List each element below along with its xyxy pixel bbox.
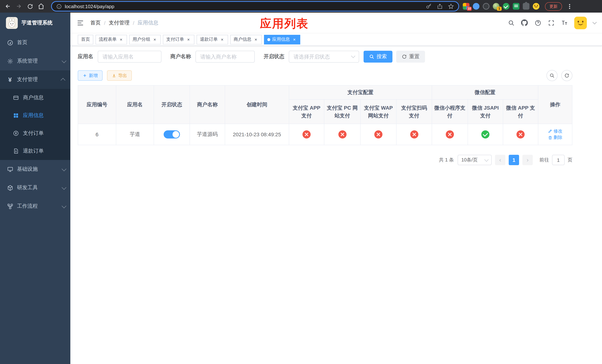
app-logo — [6, 17, 18, 29]
extension-check-icon[interactable] — [503, 3, 509, 10]
toggle-search-button[interactable] — [547, 70, 558, 81]
close-icon[interactable] — [118, 37, 124, 42]
sidebar-item-dev-tools[interactable]: 研发工具 — [0, 179, 70, 197]
refresh-button[interactable] — [561, 70, 572, 81]
prev-page-button[interactable] — [495, 155, 505, 165]
next-page-button[interactable] — [522, 155, 533, 165]
goto-page-input[interactable] — [552, 155, 565, 165]
page-size-select[interactable]: 10条/页 — [458, 155, 492, 165]
close-icon[interactable] — [253, 37, 258, 42]
status-switch[interactable] — [164, 130, 180, 139]
export-button[interactable]: 导出 — [107, 70, 132, 81]
extension-doc-icon[interactable] — [513, 3, 519, 10]
close-icon[interactable] — [220, 37, 225, 42]
share-icon[interactable] — [437, 3, 443, 9]
breadcrumb-item[interactable]: 支付管理 — [109, 20, 129, 26]
extension-blue-icon[interactable] — [473, 3, 479, 10]
user-avatar[interactable] — [574, 16, 587, 29]
delete-link[interactable]: 删除 — [548, 134, 562, 141]
browser-update-button[interactable]: 更新 — [545, 2, 562, 11]
export-button-label: 导出 — [118, 72, 127, 79]
column-header-merchant: 商户名称 — [190, 85, 225, 124]
navbar: 首页 支付管理 应用信息 应用列表 — [70, 13, 602, 33]
tab-app-info[interactable]: 应用信息 — [264, 35, 300, 44]
search-button[interactable]: 搜索 — [364, 51, 392, 63]
search-icon[interactable] — [508, 19, 515, 26]
sidebar-item-label: 商户信息 — [23, 95, 44, 101]
close-icon[interactable] — [152, 37, 157, 42]
column-group-wechat: 微信配置 — [432, 85, 538, 99]
forward-icon[interactable] — [13, 1, 24, 12]
back-icon[interactable] — [2, 1, 13, 12]
column-header-create-time: 创建时间 — [225, 85, 289, 124]
page-number-button[interactable]: 1 — [509, 155, 519, 165]
chevron-down-icon — [484, 158, 489, 162]
sidebar-item-app-info[interactable]: 应用信息 — [0, 107, 70, 124]
tab-refund-order[interactable]: 退款订单 — [197, 35, 228, 44]
navbar-actions — [508, 16, 596, 29]
extension-avatar-icon[interactable]: 1 — [493, 3, 499, 10]
sidebar-item-pay-order[interactable]: 支付订单 — [0, 124, 70, 142]
tab-process-form[interactable]: 流程表单 — [96, 35, 127, 44]
sidebar-item-system[interactable]: 系统管理 — [0, 52, 70, 70]
extensions-area: 10 1 更新 — [463, 0, 573, 13]
tags-view-bar: 首页 流程表单 用户分组 支付订单 退款订单 — [70, 33, 602, 46]
status-select-input[interactable] — [289, 51, 359, 63]
password-key-icon[interactable] — [426, 3, 432, 9]
github-icon[interactable] — [521, 19, 528, 26]
browser-menu-icon[interactable] — [566, 2, 573, 10]
chevron-down-icon — [62, 58, 66, 63]
cell-create-time: 2021-10-23 08:49:25 — [225, 124, 289, 145]
home-icon[interactable] — [35, 1, 47, 12]
reset-button[interactable]: 重置 — [396, 51, 425, 63]
yen-icon: ¥ — [7, 76, 13, 83]
config-status-icon — [374, 130, 382, 139]
site-info-icon[interactable] — [56, 3, 62, 9]
column-group-alipay: 支付宝配置 — [289, 85, 432, 99]
merchant-name-label: 商户名称 — [170, 53, 191, 60]
sidebar-item-merchant-info[interactable]: 商户信息 — [0, 89, 70, 107]
avatar-dropdown-caret-icon[interactable] — [592, 20, 597, 24]
help-icon[interactable] — [534, 19, 541, 26]
tab-home[interactable]: 首页 — [78, 35, 93, 44]
sidebar-item-workflow[interactable]: 工作流程 — [0, 197, 70, 215]
delete-link-label: 删除 — [553, 134, 562, 141]
font-size-icon[interactable] — [561, 19, 568, 26]
app-name-input[interactable] — [98, 51, 161, 63]
close-icon[interactable] — [292, 37, 297, 42]
pay-order-icon — [13, 130, 19, 137]
tab-user-group[interactable]: 用户分组 — [129, 35, 161, 44]
extension-emoji-icon[interactable] — [533, 3, 539, 10]
close-icon[interactable] — [186, 37, 191, 42]
fullscreen-icon[interactable] — [548, 19, 555, 26]
gear-icon — [7, 58, 13, 64]
status-select[interactable] — [289, 51, 359, 63]
edit-link[interactable]: 修改 — [548, 128, 562, 134]
url-bar[interactable]: localhost:1024/pay/app — [51, 1, 459, 11]
toolbar-right — [547, 70, 572, 81]
sidebar-item-label: 首页 — [17, 39, 27, 46]
breadcrumb-current: 应用信息 — [138, 20, 159, 26]
chevron-down-icon — [62, 203, 66, 208]
extension-dark-icon[interactable] — [483, 3, 489, 10]
reload-icon[interactable] — [24, 1, 35, 12]
chevron-down-icon — [62, 166, 66, 171]
sidebar-item-home[interactable]: 首页 — [0, 33, 70, 52]
url-text[interactable]: localhost:1024/pay/app — [65, 3, 426, 9]
sidebar-item-label: 系统管理 — [17, 58, 38, 64]
sidebar-item-infrastructure[interactable]: 基础设施 — [0, 160, 70, 179]
sidebar-item-refund-order[interactable]: 退款订单 — [0, 142, 70, 160]
column-header-alipay-pc: 支付宝 PC 网站支付 — [324, 99, 360, 124]
extension-puzzle-icon[interactable] — [523, 3, 529, 10]
tab-pay-order[interactable]: 支付订单 — [163, 35, 194, 44]
merchant-name-input[interactable] — [195, 51, 255, 63]
tab-merchant-info[interactable]: 商户信息 — [230, 35, 262, 44]
extension-colorwheel-icon[interactable]: 10 — [463, 3, 469, 10]
breadcrumb-item[interactable]: 首页 — [90, 20, 101, 26]
sidebar-item-payment[interactable]: ¥ 支付管理 — [0, 70, 70, 89]
config-status-icon — [302, 130, 311, 139]
bookmark-star-icon[interactable] — [448, 3, 454, 9]
add-button[interactable]: 新增 — [78, 70, 103, 81]
sidebar-collapse-icon[interactable] — [76, 19, 85, 27]
column-header-status: 开启状态 — [154, 85, 190, 124]
